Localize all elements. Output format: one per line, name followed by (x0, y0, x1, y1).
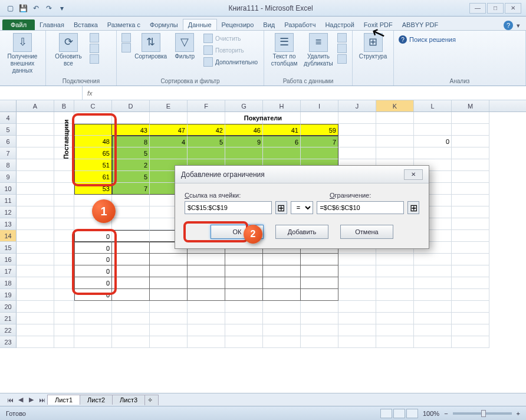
cell[interactable] (301, 147, 338, 159)
cell[interactable] (188, 277, 225, 289)
tab-insert[interactable]: Вставка (69, 19, 103, 30)
cell[interactable] (188, 265, 225, 277)
cell[interactable] (17, 159, 54, 171)
cell[interactable] (17, 124, 54, 136)
cell[interactable] (452, 183, 489, 195)
cell[interactable] (188, 254, 225, 265)
cell[interactable] (54, 265, 74, 277)
consolidate-icon[interactable] (337, 44, 347, 53)
help-icon[interactable]: ? (504, 21, 513, 30)
cell[interactable]: 7 (112, 183, 150, 195)
dialog-titlebar[interactable]: Добавление ограничения ✕ (175, 166, 429, 183)
row-header-14[interactable]: 14 (0, 230, 17, 242)
add-button[interactable]: Добавить (275, 225, 328, 239)
cell[interactable] (54, 289, 74, 301)
cell[interactable] (263, 324, 301, 336)
cell[interactable] (414, 324, 452, 336)
tab-addins[interactable]: Надстрой (320, 19, 359, 30)
cell[interactable] (54, 230, 74, 242)
get-external-data-button[interactable]: ⇩Получение внешних данных (5, 33, 40, 74)
cell[interactable] (54, 336, 74, 348)
cancel-button[interactable]: Отмена (340, 225, 393, 239)
tab-developer[interactable]: Разработч (280, 19, 320, 30)
cell[interactable] (452, 301, 489, 313)
cell[interactable] (376, 124, 414, 136)
cell[interactable] (150, 324, 188, 336)
qat-more-icon[interactable]: ▾ (57, 3, 67, 14)
cell[interactable] (112, 336, 150, 348)
cell[interactable] (74, 301, 112, 313)
row-header-23[interactable]: 23 (0, 336, 17, 348)
cell[interactable] (17, 183, 54, 195)
cell[interactable] (17, 230, 54, 242)
cell[interactable] (301, 265, 338, 277)
cell[interactable] (263, 265, 301, 277)
redo-icon[interactable]: ↷ (44, 3, 54, 14)
cell[interactable] (338, 254, 376, 265)
cell[interactable] (74, 313, 112, 324)
cell[interactable] (452, 324, 489, 336)
cell[interactable]: 47 (150, 124, 188, 136)
cell[interactable] (150, 336, 188, 348)
tab-nav-last[interactable]: ⏭ (37, 396, 47, 403)
cell[interactable] (225, 336, 263, 348)
cell[interactable]: 0 (74, 289, 112, 301)
row-header-16[interactable]: 16 (0, 254, 17, 265)
cell[interactable] (17, 136, 54, 147)
cell[interactable] (376, 313, 414, 324)
cell[interactable] (452, 218, 489, 230)
sort-button[interactable]: ⇅Сортировка (134, 33, 167, 60)
col-G[interactable]: G (225, 100, 263, 111)
cell[interactable] (17, 242, 54, 254)
col-I[interactable]: I (301, 100, 338, 111)
cell[interactable] (338, 124, 376, 136)
col-M[interactable]: M (452, 100, 489, 111)
cell[interactable] (376, 324, 414, 336)
view-pagebreak-button[interactable] (406, 409, 418, 418)
cell[interactable] (54, 277, 74, 289)
cell[interactable] (452, 195, 489, 206)
cell[interactable]: 6 (263, 136, 301, 147)
cell[interactable]: 0 (414, 136, 452, 147)
tab-nav-prev[interactable]: ◀ (15, 396, 26, 403)
cell[interactable] (452, 124, 489, 136)
cell[interactable] (452, 336, 489, 348)
tab-nav-next[interactable]: ▶ (26, 396, 37, 403)
cell[interactable] (54, 218, 74, 230)
cell[interactable] (112, 324, 150, 336)
sheet-tab-2[interactable]: Лист2 (80, 395, 113, 405)
row-header-20[interactable]: 20 (0, 301, 17, 313)
cell[interactable] (54, 242, 74, 254)
col-C[interactable]: C (74, 100, 112, 111)
validation-icon[interactable] (337, 33, 347, 42)
cell[interactable] (17, 265, 54, 277)
cell[interactable] (376, 254, 414, 265)
cell[interactable] (338, 301, 376, 313)
cell[interactable] (225, 254, 263, 265)
cell[interactable] (150, 289, 188, 301)
cell[interactable] (301, 301, 338, 313)
row-header-5[interactable]: 5 (0, 124, 17, 136)
cell[interactable]: 41 (263, 124, 301, 136)
cell[interactable] (112, 313, 150, 324)
cell[interactable]: 51 (74, 159, 112, 171)
cell[interactable] (17, 336, 54, 348)
solver-button[interactable]: ?Поиск решения (399, 35, 456, 44)
fx-label[interactable]: fx (83, 90, 97, 97)
cell[interactable] (452, 206, 489, 218)
constraint-input[interactable] (317, 201, 404, 214)
tab-layout[interactable]: Разметка с (103, 19, 145, 30)
row-header-13[interactable]: 13 (0, 218, 17, 230)
cell[interactable] (112, 206, 150, 218)
cell[interactable] (17, 254, 54, 265)
cell[interactable] (301, 336, 338, 348)
row-header-15[interactable]: 15 (0, 242, 17, 254)
cell[interactable] (452, 171, 489, 183)
cell[interactable] (112, 112, 150, 124)
close-button[interactable]: ✕ (505, 3, 521, 14)
tab-review[interactable]: Рецензиро (217, 19, 259, 30)
col-K[interactable]: K (376, 100, 414, 111)
cell[interactable] (338, 289, 376, 301)
cell[interactable] (452, 313, 489, 324)
cell[interactable] (17, 324, 54, 336)
